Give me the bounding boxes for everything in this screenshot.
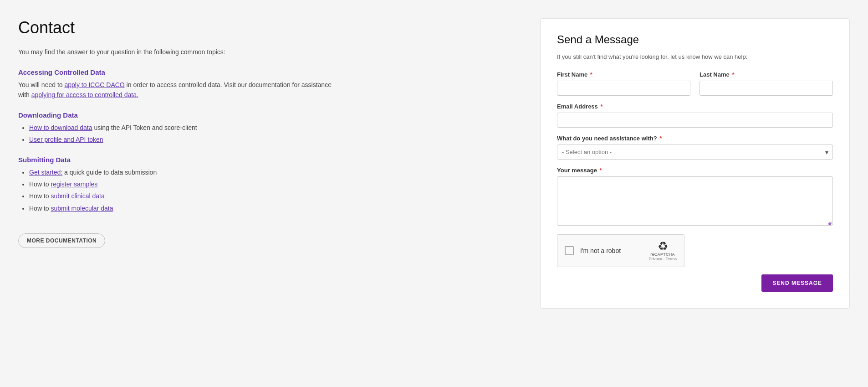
list-item: How to register samples xyxy=(29,179,337,189)
link-apply-icgc-daco[interactable]: apply to ICGC DACO xyxy=(64,81,124,88)
section-accessing-controlled-data: Accessing Controlled Data You will need … xyxy=(18,68,337,100)
message-group: Your message * xyxy=(557,167,833,227)
first-name-label: First Name * xyxy=(557,71,690,78)
assistance-select[interactable]: - Select an option - Accessing Controlle… xyxy=(557,144,833,160)
last-name-input[interactable] xyxy=(700,81,833,96)
message-textarea[interactable] xyxy=(557,176,833,226)
last-name-label: Last Name * xyxy=(700,71,833,78)
submitting-list: Get started: a quick guide to data submi… xyxy=(18,167,337,214)
link-register-samples[interactable]: register samples xyxy=(51,181,97,188)
email-group: Email Address * xyxy=(557,103,833,128)
left-panel: Contact You may find the answer to your … xyxy=(18,18,364,248)
recaptcha-widget[interactable]: I'm not a robot ♻ reCAPTCHA Privacy - Te… xyxy=(557,234,684,267)
assistance-select-wrapper: - Select an option - Accessing Controlle… xyxy=(557,144,833,160)
assistance-row: What do you need assistance with? * - Se… xyxy=(557,135,833,160)
link-get-started[interactable]: Get started: xyxy=(29,169,62,176)
section-heading-downloading[interactable]: Downloading Data xyxy=(18,111,337,119)
first-name-input[interactable] xyxy=(557,81,690,96)
name-row: First Name * Last Name * xyxy=(557,71,833,96)
email-label: Email Address * xyxy=(557,103,833,110)
message-textarea-wrapper xyxy=(557,176,833,227)
body-prefix-accessing: You will need to xyxy=(18,81,64,88)
assistance-required: * xyxy=(659,135,662,142)
link-submit-clinical[interactable]: submit clinical data xyxy=(51,192,104,200)
message-label: Your message * xyxy=(557,167,833,174)
link-submit-molecular[interactable]: submit molecular data xyxy=(51,205,113,212)
recaptcha-icon: ♻ xyxy=(658,240,668,252)
email-required: * xyxy=(600,103,602,110)
send-message-button[interactable]: SEND MESSAGE xyxy=(761,274,833,292)
section-downloading-data: Downloading Data How to download data us… xyxy=(18,111,337,145)
first-name-required: * xyxy=(590,71,592,78)
panel-subtitle: If you still can't find what you're look… xyxy=(557,53,833,60)
downloading-list: How to download data using the API Token… xyxy=(18,123,337,145)
message-row: Your message * xyxy=(557,167,833,227)
intro-text: You may find the answer to your question… xyxy=(18,48,337,56)
recaptcha-label: I'm not a robot xyxy=(580,247,643,254)
list-item: How to download data using the API Token… xyxy=(29,123,337,133)
section-body-accessing: You will need to apply to ICGC DACO in o… xyxy=(18,80,337,100)
send-message-panel: Send a Message If you still can't find w… xyxy=(540,18,850,309)
link-how-to-download[interactable]: How to download data xyxy=(29,124,92,131)
panel-title: Send a Message xyxy=(557,33,833,46)
link-user-profile-api[interactable]: User profile and API token xyxy=(29,136,103,143)
last-name-group: Last Name * xyxy=(700,71,833,96)
more-documentation-button[interactable]: MORE DOCUMENTATION xyxy=(18,233,105,248)
email-row: Email Address * xyxy=(557,103,833,128)
textarea-resize-handle xyxy=(828,222,831,225)
recaptcha-logo: ♻ reCAPTCHA Privacy - Terms xyxy=(648,240,677,261)
section-submitting-data: Submitting Data Get started: a quick gui… xyxy=(18,156,337,214)
recaptcha-checkbox[interactable] xyxy=(565,246,574,255)
assistance-group: What do you need assistance with? * - Se… xyxy=(557,135,833,160)
section-heading-submitting[interactable]: Submitting Data xyxy=(18,156,337,164)
link-applying-access[interactable]: applying for access to controlled data. xyxy=(31,91,138,98)
list-item: User profile and API token xyxy=(29,134,337,144)
recaptcha-brand: reCAPTCHA xyxy=(650,252,675,257)
first-name-group: First Name * xyxy=(557,71,690,96)
assistance-label: What do you need assistance with? * xyxy=(557,135,833,142)
message-required: * xyxy=(600,167,602,174)
page-title: Contact xyxy=(18,18,337,37)
list-item: Get started: a quick guide to data submi… xyxy=(29,167,337,177)
list-item: How to submit molecular data xyxy=(29,203,337,213)
section-heading-accessing[interactable]: Accessing Controlled Data xyxy=(18,68,337,76)
form-footer: SEND MESSAGE xyxy=(557,274,833,292)
recaptcha-links: Privacy - Terms xyxy=(648,257,677,261)
list-item: How to submit clinical data xyxy=(29,191,337,201)
last-name-required: * xyxy=(732,71,734,78)
email-input[interactable] xyxy=(557,113,833,128)
